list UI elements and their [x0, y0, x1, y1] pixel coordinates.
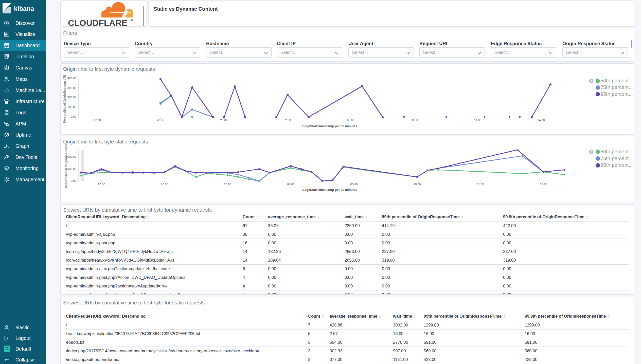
svg-text:CLOUDFLARE: CLOUDFLARE	[68, 18, 127, 27]
svg-text:R: R	[131, 20, 132, 21]
